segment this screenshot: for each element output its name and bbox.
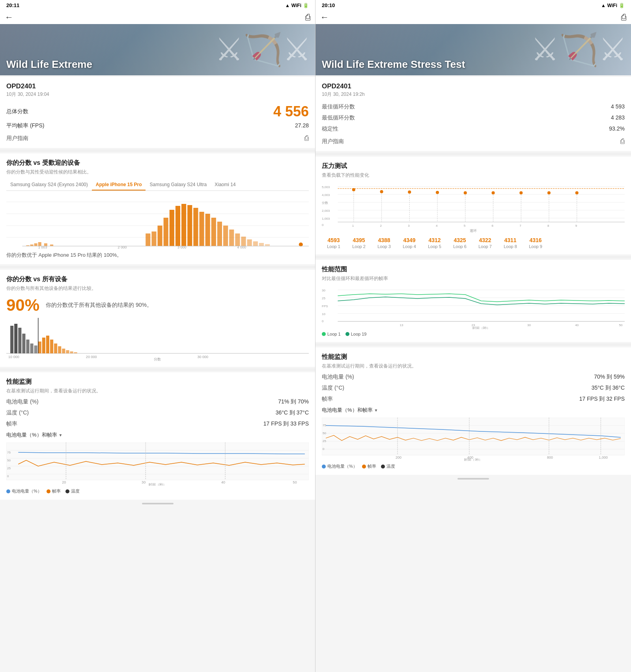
- user-guide-right[interactable]: 用户指南: [322, 138, 344, 145]
- legend-label-temp-right: 温度: [386, 463, 395, 469]
- svg-rect-44: [30, 343, 34, 353]
- svg-text:0: 0: [7, 474, 9, 478]
- svg-rect-24: [229, 230, 234, 246]
- hero-title-right: Wild Life Extreme Stress Test: [322, 58, 465, 71]
- user-guide-row-right: 用户指南 ⎙: [322, 137, 625, 146]
- legend-dot-battery-right: [322, 465, 326, 469]
- svg-text:50: 50: [619, 323, 623, 327]
- svg-rect-61: [6, 442, 309, 480]
- svg-text:遛环: 遛环: [470, 229, 477, 233]
- caret-icon-left: ▼: [59, 433, 63, 437]
- tab-samsung-ultra[interactable]: Samsung Galaxy S24 Ultra: [146, 179, 211, 190]
- temp-row-right: 温度 (°C) 35°C 到 36°C: [322, 385, 625, 392]
- svg-rect-47: [42, 338, 45, 353]
- left-panel: 20:11 ▲ WiFi 🔋 ← ⎙ ⚔🏹⚔ Wild Life Extreme…: [0, 0, 316, 672]
- legend-label-temp: 温度: [71, 488, 80, 494]
- perf-range-title: 性能范围: [322, 265, 625, 274]
- back-button-right[interactable]: ←: [320, 12, 329, 22]
- wifi-icon: WiFi: [291, 3, 301, 8]
- svg-rect-22: [217, 222, 222, 246]
- loop-score-6: 4325: [454, 237, 466, 243]
- score-value-left: 4 556: [273, 103, 309, 120]
- tab-iphone15[interactable]: Apple iPhone 15 Pro: [92, 179, 146, 190]
- dropdown-left[interactable]: 电池电量（%）和帧率 ▼: [6, 431, 309, 439]
- svg-rect-9: [50, 245, 53, 246]
- svg-rect-51: [58, 346, 61, 353]
- legend-label-loop1: Loop 1: [327, 332, 341, 336]
- tab-samsung-s24[interactable]: Samsung Galaxy S24 (Exynos 2400): [6, 179, 92, 190]
- loop-item-6: 4325 Loop 6: [448, 237, 472, 249]
- svg-text:时间（秒）: 时间（秒）: [149, 483, 166, 486]
- svg-point-101: [491, 191, 495, 194]
- svg-rect-55: [74, 352, 77, 353]
- battery-value-left: 71% 到 70%: [278, 398, 309, 405]
- dropdown-right[interactable]: 电池电量（%）和帧率 ▼: [322, 407, 625, 414]
- back-button-left[interactable]: ←: [5, 12, 13, 22]
- share-icon-left[interactable]: ⎙: [304, 134, 309, 142]
- temp-label-left: 温度 (°C): [6, 409, 29, 416]
- svg-rect-18: [193, 208, 198, 246]
- svg-text:4,003: 4,003: [322, 193, 330, 197]
- svg-rect-26: [241, 237, 246, 246]
- time-right: 20:10: [322, 2, 335, 8]
- svg-rect-21: [211, 218, 216, 246]
- status-icons-right: ▲ WiFi 🔋: [601, 3, 625, 8]
- legend-battery-left: 电池电量（%）: [6, 488, 42, 494]
- share-button-right[interactable]: ⎙: [621, 12, 626, 22]
- svg-rect-5: [30, 245, 34, 246]
- svg-rect-43: [26, 340, 29, 353]
- loop-item-7: 4322 Loop 7: [473, 237, 497, 249]
- svg-text:50: 50: [7, 459, 11, 462]
- pressure-title: 压力测试: [322, 162, 625, 170]
- svg-text:75: 75: [7, 451, 11, 454]
- scroll-indicator-right: [457, 478, 489, 480]
- svg-rect-45: [34, 345, 37, 353]
- svg-text:0: 0: [322, 223, 324, 227]
- svg-rect-50: [54, 343, 57, 353]
- stability-row: 稳定性 93.2%: [322, 125, 625, 133]
- tab-xiaomi14[interactable]: Xiaomi 14: [211, 179, 239, 190]
- temp-value-left: 36°C 到 37°C: [276, 409, 309, 416]
- svg-rect-42: [22, 334, 25, 353]
- loop-label-8: Loop 8: [504, 244, 517, 249]
- battery-row-left: 电池电量 (%) 71% 到 70%: [6, 398, 309, 405]
- legend-loop19: Loop 19: [345, 332, 367, 336]
- svg-rect-6: [34, 243, 37, 246]
- svg-text:10: 10: [322, 312, 326, 316]
- loop-item-3: 4388 Loop 3: [372, 237, 396, 249]
- legend-battery-right: 电池电量（%）: [322, 463, 357, 469]
- share-icon-right[interactable]: ⎙: [620, 137, 625, 146]
- svg-rect-39: [10, 326, 13, 353]
- svg-text:0: 0: [322, 319, 324, 323]
- loop-label-4: Loop 4: [403, 244, 416, 249]
- legend-label-battery-right: 电池电量（%）: [327, 463, 357, 469]
- best-loop-value: 4 593: [611, 103, 625, 110]
- hero-banner-right: ⚔🏹⚔ Wild Life Extreme Stress Test: [316, 24, 631, 75]
- legend-fps-left: 帧率: [47, 488, 61, 494]
- legend-loop1: Loop 1: [322, 332, 341, 336]
- svg-text:9: 9: [575, 224, 577, 228]
- percentile-text-left: 你的分数优于 Apple iPhone 15 Pro 结果的 100%。: [6, 252, 309, 259]
- dropdown-label-right: 电池电量（%）和帧率: [322, 407, 373, 414]
- loop-label-7: Loop 7: [478, 244, 492, 249]
- user-guide-left[interactable]: 用户指南: [6, 135, 28, 142]
- loop-score-1: 4593: [327, 237, 340, 243]
- svg-text:40: 40: [575, 323, 579, 327]
- loop-label-5: Loop 5: [428, 244, 441, 249]
- caret-icon-right: ▼: [374, 408, 378, 413]
- worst-loop-value: 4 283: [611, 114, 625, 121]
- best-loop-row: 最佳循环分数 4 593: [322, 103, 625, 110]
- svg-point-93: [380, 190, 383, 193]
- svg-point-97: [436, 191, 439, 194]
- worst-loop-row: 最低循环分数 4 283: [322, 114, 625, 121]
- perf-range-section: 性能范围 对比最佳循环和最差循环的帧率 30 25 FPS 10 0: [316, 260, 631, 342]
- svg-text:200: 200: [396, 455, 401, 459]
- svg-point-99: [464, 191, 467, 194]
- battery-label-left: 电池电量 (%): [6, 398, 39, 405]
- share-button-left[interactable]: ⎙: [305, 12, 310, 22]
- loop-item-9: 4316 Loop 9: [524, 237, 547, 249]
- stability-label: 稳定性: [322, 125, 338, 133]
- perf-range-subtitle: 对比最佳循环和最差循环的帧率: [322, 275, 625, 282]
- loop-score-5: 4312: [428, 237, 441, 243]
- svg-rect-11: [151, 231, 156, 246]
